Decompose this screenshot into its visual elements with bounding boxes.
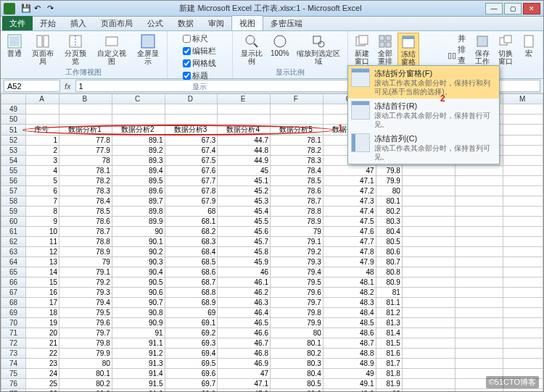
cell[interactable]: 9 (25, 217, 59, 227)
cell[interactable]: 78.4 (59, 196, 112, 207)
cell[interactable]: 8 (25, 207, 59, 217)
cell[interactable]: 45.1 (218, 176, 271, 186)
row-header[interactable]: 58 (1, 196, 26, 207)
cell[interactable]: 68.9 (165, 298, 218, 308)
cell[interactable] (503, 278, 543, 288)
tab-data[interactable]: 数据 (170, 16, 201, 30)
cell[interactable]: 19 (25, 318, 59, 328)
cell[interactable]: 68.6 (165, 267, 218, 278)
cell[interactable]: 44.9 (218, 156, 271, 166)
cell[interactable]: 48.3 (323, 298, 376, 308)
cell[interactable]: 81 (376, 288, 402, 298)
cell[interactable]: 21 (25, 338, 59, 349)
cell[interactable]: 80.1 (271, 338, 323, 349)
cell[interactable]: 47.3 (323, 196, 376, 207)
cell[interactable]: 69.7 (165, 379, 218, 389)
cell[interactable]: 80.3 (376, 217, 402, 227)
cell[interactable]: 81.6 (376, 349, 402, 359)
cell[interactable] (402, 207, 455, 217)
column-title[interactable]: 数据分析1 (59, 125, 112, 135)
cell[interactable] (503, 227, 543, 237)
cell[interactable]: 91 (112, 328, 165, 338)
cell[interactable]: 69.1 (165, 318, 218, 328)
cell[interactable]: 5 (25, 176, 59, 186)
column-title[interactable]: 数据分析3 (165, 125, 218, 135)
cell[interactable]: 47 (218, 369, 271, 379)
pagelayout-view-button[interactable]: 页面布局 (27, 33, 58, 67)
cell[interactable]: 78 (59, 156, 112, 166)
cell[interactable] (503, 308, 543, 318)
cell[interactable]: 80 (271, 328, 323, 338)
cell[interactable]: 91.4 (112, 369, 165, 379)
custom-view-button[interactable]: 自定义视图 (93, 33, 131, 67)
cell[interactable]: 68.5 (165, 257, 218, 267)
zoom-100-button[interactable]: 100% (269, 33, 291, 67)
cell[interactable]: 90.6 (112, 288, 165, 298)
cell[interactable]: 67.5 (165, 156, 218, 166)
cell[interactable]: 79.8 (59, 338, 112, 349)
cell[interactable]: 90.1 (112, 237, 165, 247)
cell[interactable]: 78.2 (271, 146, 323, 156)
cell[interactable]: 48.8 (323, 349, 376, 359)
close-button[interactable]: ✕ (523, 3, 540, 14)
tab-addon[interactable]: 多密压端 (263, 16, 310, 30)
cell[interactable]: 79.9 (59, 349, 112, 359)
row-header[interactable]: 68 (1, 298, 26, 308)
column-title[interactable]: 数据分析4 (218, 125, 271, 135)
cell[interactable]: 45.8 (218, 247, 271, 257)
cell[interactable]: 2 (25, 146, 59, 156)
cell[interactable] (503, 135, 543, 146)
col-header[interactable]: E (218, 94, 271, 104)
cell[interactable]: 80.3 (59, 389, 112, 393)
cell[interactable]: 90.5 (112, 278, 165, 288)
cell[interactable]: 77.8 (59, 135, 112, 146)
cell[interactable]: 79.7 (59, 328, 112, 338)
row-header[interactable]: 59 (1, 207, 26, 217)
row-header[interactable]: 54 (1, 156, 26, 166)
cell[interactable] (503, 114, 543, 125)
cell[interactable]: 89.5 (112, 176, 165, 186)
gridlines-checkbox[interactable]: 网格线 (183, 58, 216, 69)
cell[interactable] (455, 298, 503, 308)
formulabar-checkbox[interactable]: 编辑栏 (183, 46, 216, 57)
row-header[interactable]: 75 (1, 369, 26, 379)
cell[interactable]: 69.2 (165, 328, 218, 338)
cell[interactable]: 46.8 (218, 349, 271, 359)
cell[interactable]: 49.2 (323, 389, 376, 393)
cell[interactable]: 47.1 (218, 379, 271, 389)
freeze-panes-option[interactable]: 冻结拆分窗格(F)滚动工作表其余部分时，保持行和列可见(基于当前的选择)。 (348, 66, 499, 99)
cell[interactable] (455, 359, 503, 369)
cell[interactable]: 45.7 (218, 237, 271, 247)
row-header[interactable]: 64 (1, 257, 26, 267)
cell[interactable]: 47.7 (323, 237, 376, 247)
cell[interactable] (165, 104, 218, 114)
cell[interactable]: 47.6 (323, 227, 376, 237)
row-header[interactable]: 57 (1, 186, 26, 196)
cell[interactable]: 47.5 (323, 217, 376, 227)
row-header[interactable]: 61 (1, 227, 26, 237)
cell[interactable] (455, 257, 503, 267)
cell[interactable]: 7 (25, 196, 59, 207)
col-header[interactable]: M (503, 94, 543, 104)
cell[interactable]: 45.5 (218, 217, 271, 227)
cell[interactable]: 89.9 (112, 217, 165, 227)
cell[interactable] (402, 227, 455, 237)
cell[interactable]: 67.9 (165, 196, 218, 207)
cell[interactable]: 6 (25, 186, 59, 196)
cell[interactable] (455, 227, 503, 237)
cell[interactable]: 46.4 (218, 308, 271, 318)
cell[interactable]: 47 (323, 166, 376, 176)
cell[interactable] (402, 359, 455, 369)
cell[interactable]: 89.4 (112, 166, 165, 176)
row-header[interactable]: 74 (1, 359, 26, 369)
cell[interactable]: 79.5 (271, 278, 323, 288)
maximize-button[interactable]: ▢ (504, 3, 522, 14)
cell[interactable]: 45.4 (218, 207, 271, 217)
cell[interactable]: 69 (165, 308, 218, 318)
cell[interactable]: 90.8 (112, 308, 165, 318)
row-header[interactable]: 69 (1, 308, 26, 318)
cell[interactable]: 79 (271, 227, 323, 237)
cell[interactable]: 17 (25, 298, 59, 308)
cell[interactable]: 47.4 (323, 207, 376, 217)
cell[interactable]: 46.9 (218, 359, 271, 369)
